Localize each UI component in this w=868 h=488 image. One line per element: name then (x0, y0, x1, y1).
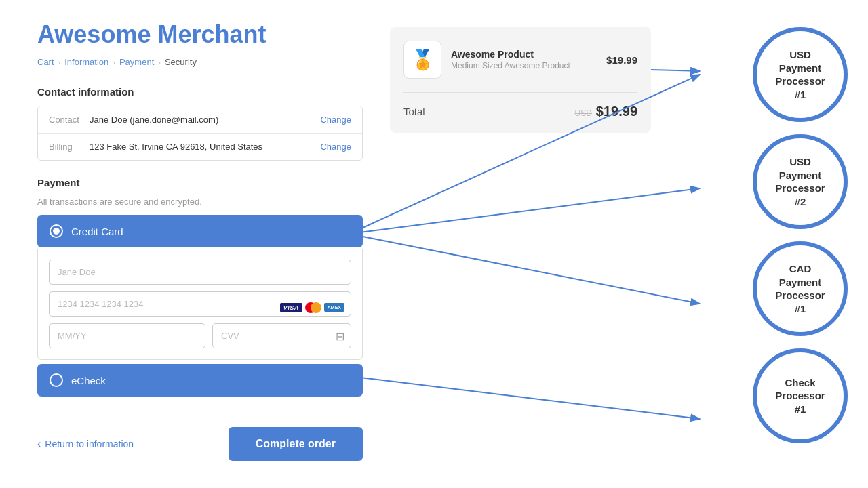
breadcrumb-information[interactable]: Information (64, 57, 108, 67)
product-info: Awesome Product Medium Sized Awesome Pro… (451, 49, 597, 70)
total-label: Total (403, 106, 425, 117)
return-label: Return to information (45, 439, 134, 449)
product-row: 🏅 Awesome Product Medium Sized Awesome P… (403, 41, 637, 79)
billing-value: 123 Fake St, Irvine CA 92618, United Sta… (90, 142, 320, 152)
merchant-title: Awesome Merchant (37, 20, 363, 49)
echeck-option[interactable]: eCheck (37, 364, 363, 396)
svg-line-4 (349, 376, 700, 419)
processor-cad-1[interactable]: CADPaymentProcessor#1 (753, 241, 848, 336)
credit-card-radio (50, 224, 63, 238)
back-arrow-icon: ‹ (37, 438, 41, 450)
processor-usd-2[interactable]: USDPaymentProcessor#2 (753, 134, 848, 229)
credit-card-label: Credit Card (71, 226, 123, 237)
payment-section: Payment All transactions are secure and … (37, 177, 363, 396)
contact-change-button[interactable]: Change (320, 115, 351, 125)
breadcrumb-sep-2: › (113, 58, 115, 66)
echeck-label: eCheck (71, 375, 106, 386)
breadcrumb-sep-1: › (58, 58, 61, 66)
svg-line-3 (349, 234, 700, 304)
visa-icon: VISA (280, 303, 302, 312)
billing-row: Billing 123 Fake St, Irvine CA 92618, Un… (38, 133, 362, 160)
contact-info-box: Contact Jane Doe (jane.done@mail.com) Ch… (37, 106, 363, 161)
svg-line-5 (651, 70, 700, 71)
total-usd: USD (574, 108, 591, 118)
product-name: Awesome Product (451, 49, 597, 60)
left-panel: Awesome Merchant Cart › Information › Pa… (37, 20, 363, 407)
card-number-wrap: VISA AMEX (49, 291, 351, 323)
cardholder-name-input[interactable] (49, 260, 351, 285)
contact-value: Jane Doe (jane.done@mail.com) (90, 115, 320, 125)
cvv-icon: ⊟ (336, 329, 344, 342)
total-row: Total USD $19.99 (403, 104, 637, 119)
total-amount-wrap: USD $19.99 (574, 104, 637, 119)
card-expiry-cvv-row: ⊟ (49, 323, 351, 348)
cvv-input[interactable] (212, 323, 351, 348)
breadcrumb-cart[interactable]: Cart (37, 57, 54, 67)
card-fields: VISA AMEX ⊟ (37, 249, 363, 360)
echeck-radio (50, 373, 63, 387)
product-desc: Medium Sized Awesome Product (451, 61, 597, 70)
product-price: $19.99 (606, 54, 637, 66)
radio-dot (53, 228, 60, 235)
processor-usd-1[interactable]: USDPaymentProcessor#1 (753, 27, 848, 122)
return-link[interactable]: ‹ Return to information (37, 438, 134, 450)
cvv-wrap: ⊟ (212, 323, 351, 348)
payment-section-title: Payment (37, 177, 363, 188)
bottom-nav: ‹ Return to information Complete order (37, 427, 363, 461)
contact-row: Contact Jane Doe (jane.done@mail.com) Ch… (38, 106, 362, 133)
contact-label: Contact (49, 115, 90, 125)
order-panel: 🏅 Awesome Product Medium Sized Awesome P… (390, 27, 651, 133)
divider (403, 92, 637, 93)
processors-container: USDPaymentProcessor#1 USDPaymentProcesso… (753, 27, 848, 443)
processor-check-1[interactable]: CheckProcessor#1 (753, 348, 848, 443)
breadcrumb: Cart › Information › Payment › Security (37, 57, 363, 67)
breadcrumb-security: Security (165, 57, 197, 67)
breadcrumb-sep-3: › (158, 58, 161, 66)
complete-order-button[interactable]: Complete order (229, 427, 363, 461)
product-icon: 🏅 (403, 41, 441, 79)
billing-change-button[interactable]: Change (320, 142, 351, 152)
mastercard-icon (305, 302, 321, 313)
svg-line-2 (349, 188, 700, 234)
credit-card-option[interactable]: Credit Card (37, 215, 363, 247)
amex-icon: AMEX (324, 303, 344, 312)
card-brand-icons: VISA AMEX (280, 302, 344, 313)
contact-section-title: Contact information (37, 86, 363, 98)
billing-label: Billing (49, 142, 90, 152)
payment-subtitle: All transactions are secure and encrypte… (37, 197, 363, 207)
total-amount: $19.99 (596, 104, 637, 119)
expiry-input[interactable] (49, 323, 205, 348)
breadcrumb-payment[interactable]: Payment (119, 57, 154, 67)
